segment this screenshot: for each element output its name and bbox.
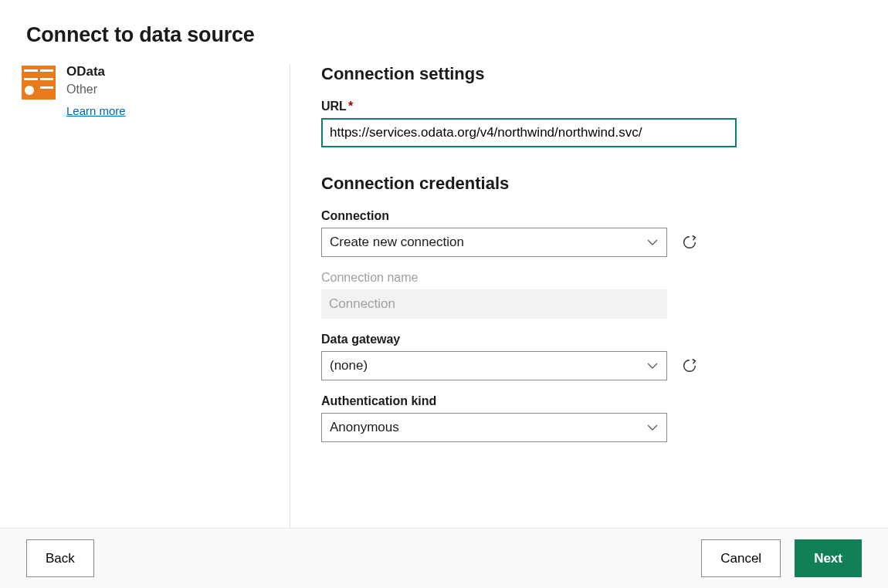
connection-name-placeholder: Connection	[329, 296, 395, 312]
connection-select[interactable]: Create new connection	[321, 228, 667, 257]
refresh-gateway-button[interactable]	[681, 357, 698, 374]
refresh-connection-button[interactable]	[681, 234, 698, 251]
page-title: Connect to data source	[26, 23, 888, 47]
source-name: OData	[66, 64, 126, 79]
authentication-kind-label: Authentication kind	[321, 394, 888, 408]
svg-rect-2	[40, 69, 53, 72]
back-button[interactable]: Back	[26, 539, 94, 577]
chevron-down-icon	[646, 360, 659, 372]
svg-rect-1	[24, 69, 38, 72]
svg-rect-4	[40, 78, 53, 80]
authentication-kind-select[interactable]: Anonymous	[321, 413, 667, 442]
url-input[interactable]	[321, 118, 737, 147]
source-category: Other	[66, 83, 126, 96]
footer: Back Cancel Next	[0, 528, 888, 588]
data-gateway-select-value: (none)	[330, 358, 368, 373]
left-panel: OData Other Learn more	[22, 64, 290, 528]
authentication-kind-value: Anonymous	[330, 420, 399, 435]
next-button[interactable]: Next	[795, 539, 862, 577]
learn-more-link[interactable]: Learn more	[66, 104, 126, 117]
connection-name-input: Connection	[321, 289, 667, 319]
connection-settings-heading: Connection settings	[321, 64, 888, 84]
connection-credentials-heading: Connection credentials	[321, 174, 888, 194]
connection-name-label: Connection name	[321, 271, 888, 285]
refresh-icon	[681, 357, 698, 374]
svg-point-5	[25, 86, 34, 95]
chevron-down-icon	[646, 236, 659, 248]
data-gateway-select[interactable]: (none)	[321, 351, 667, 380]
svg-rect-3	[24, 78, 38, 80]
svg-rect-6	[40, 86, 53, 89]
chevron-down-icon	[646, 421, 659, 434]
connection-label: Connection	[321, 209, 888, 223]
cancel-button[interactable]: Cancel	[701, 539, 781, 577]
connection-select-value: Create new connection	[330, 235, 464, 250]
data-gateway-label: Data gateway	[321, 333, 888, 346]
required-asterisk: *	[348, 100, 353, 113]
url-label: URL*	[321, 100, 888, 113]
refresh-icon	[681, 234, 698, 251]
odata-source-icon	[22, 66, 56, 100]
